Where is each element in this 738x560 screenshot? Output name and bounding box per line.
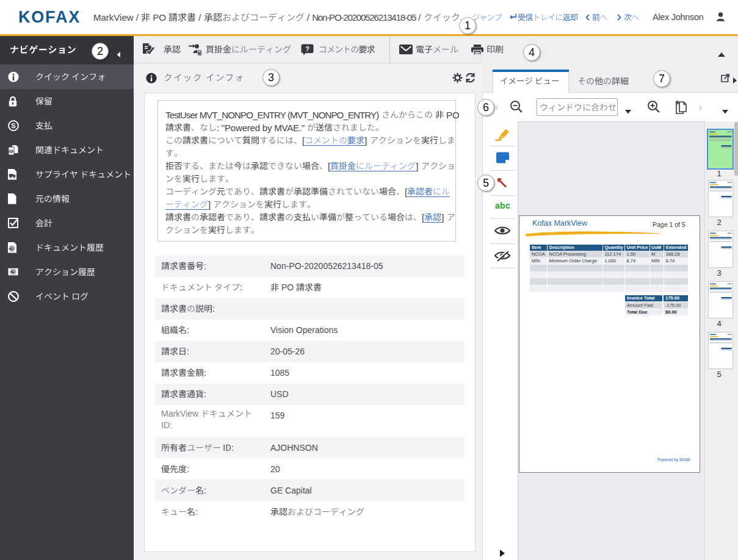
svg-text:S: S [11,122,15,129]
svg-text:?: ? [305,45,309,52]
